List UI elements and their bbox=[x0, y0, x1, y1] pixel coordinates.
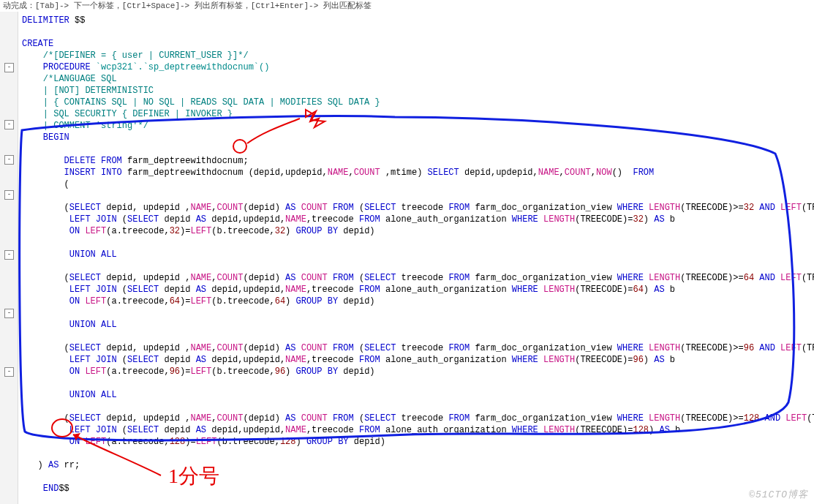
kw: AS bbox=[48, 460, 59, 470]
num: 32 bbox=[744, 203, 754, 213]
text: (a.treecode, bbox=[106, 226, 169, 236]
text: ,mtime) bbox=[380, 168, 428, 178]
text: depid, updepid , bbox=[101, 273, 190, 283]
fn: LEFT bbox=[780, 203, 802, 213]
text: (a.treecode, bbox=[106, 437, 169, 447]
kw: WHERE bbox=[512, 355, 538, 365]
text: depid) bbox=[338, 226, 374, 236]
fold-toggle[interactable]: - bbox=[4, 250, 14, 260]
fn: LEFT bbox=[190, 226, 211, 236]
text bbox=[538, 285, 543, 295]
kw: WHERE bbox=[617, 273, 644, 283]
kw: FROM bbox=[359, 355, 380, 365]
text: depid bbox=[159, 214, 195, 225]
text: (TREECODE)= bbox=[575, 285, 633, 295]
kw: SELECT bbox=[69, 203, 101, 213]
kw: AS bbox=[285, 343, 295, 353]
fn: LEFT bbox=[85, 437, 106, 447]
kw: AS bbox=[285, 413, 295, 424]
text: (TREEC bbox=[802, 203, 814, 213]
kw: GROUP BY bbox=[296, 226, 339, 236]
fn: COUNT bbox=[354, 168, 380, 178]
text: depid,updepid, bbox=[206, 214, 285, 225]
kw: AS bbox=[196, 355, 206, 365]
kw: WHERE bbox=[617, 203, 644, 213]
paren: ( bbox=[22, 273, 69, 283]
paren: ( bbox=[22, 179, 69, 189]
fn: NAME bbox=[190, 343, 211, 353]
fold-toggle[interactable]: - bbox=[4, 367, 14, 377]
text: , bbox=[559, 168, 565, 178]
text: farm_doc_organization_view bbox=[470, 343, 617, 353]
kw: AND bbox=[759, 343, 775, 353]
fn: COUNT bbox=[216, 273, 243, 283]
kw: FROM bbox=[333, 273, 354, 283]
text: (TREECODE)= bbox=[575, 355, 633, 365]
kw: WHERE bbox=[617, 413, 644, 424]
kw-end: END bbox=[22, 484, 59, 494]
text: depid,updepid, bbox=[459, 168, 538, 178]
proc-name: `wcp321`.`sp_deptreewithdocnum`() bbox=[91, 62, 270, 72]
num: 128 bbox=[170, 437, 186, 447]
fn: COUNT bbox=[565, 168, 591, 178]
fold-toggle[interactable]: - bbox=[4, 309, 14, 318]
kw: AS bbox=[654, 355, 664, 365]
text: (b.treecode, bbox=[211, 226, 274, 236]
text: ) bbox=[285, 226, 295, 236]
text: $$ bbox=[59, 484, 69, 494]
kw: SELECT bbox=[127, 214, 159, 225]
text: depid) bbox=[338, 296, 374, 306]
kw: FROM bbox=[359, 425, 380, 435]
text: treecode bbox=[396, 203, 448, 213]
fn: LENGTH bbox=[649, 203, 680, 213]
num: 64 bbox=[275, 296, 285, 306]
text: ) bbox=[285, 366, 295, 377]
fold-toggle[interactable]: - bbox=[4, 190, 14, 200]
kw-procedure: PROCEDURE bbox=[22, 62, 91, 72]
text: )= bbox=[185, 437, 195, 447]
kw: FROM bbox=[359, 285, 380, 295]
fn: NAME bbox=[285, 285, 306, 295]
text: () bbox=[612, 168, 633, 178]
text: $$ bbox=[69, 15, 86, 26]
text: depid,updepid, bbox=[206, 355, 285, 365]
text: (depid) bbox=[243, 203, 285, 213]
code-area[interactable]: DELIMITER $$ CREATE /*[DEFINER = { user … bbox=[18, 12, 814, 504]
fold-toggle[interactable]: - bbox=[4, 120, 14, 129]
fn: NAME bbox=[285, 214, 306, 225]
text: (TREECODE)>= bbox=[680, 273, 743, 283]
text: ) bbox=[644, 214, 654, 225]
fn: NAME bbox=[285, 355, 306, 365]
hint-bar: 动完成：[Tab]-> 下一个标签，[Ctrl+Space]-> 列出所有标签，… bbox=[0, 0, 814, 10]
text: alone_auth_organization bbox=[380, 355, 512, 365]
fn: LEFT bbox=[780, 273, 802, 283]
num: 96 bbox=[633, 355, 643, 365]
kw-union: UNION ALL bbox=[22, 320, 117, 330]
fold-toggle[interactable]: - bbox=[4, 63, 14, 72]
text: ) bbox=[644, 355, 654, 365]
text: ) bbox=[644, 285, 654, 295]
text: alone_auth_organization bbox=[380, 214, 512, 225]
kw: WHERE bbox=[617, 343, 644, 353]
kw: AND bbox=[759, 273, 775, 283]
text: b bbox=[670, 425, 680, 435]
kw: SELECT bbox=[364, 343, 396, 353]
text: treecode bbox=[396, 413, 448, 424]
kw: SELECT bbox=[127, 285, 159, 295]
fn: LENGTH bbox=[649, 413, 680, 424]
fn: LENGTH bbox=[543, 425, 575, 435]
text: ,treecode bbox=[306, 214, 359, 225]
fn: LEFT bbox=[785, 413, 807, 424]
kw: SELECT bbox=[69, 273, 101, 283]
kw: LEFT JOIN bbox=[22, 355, 117, 365]
fold-toggle[interactable]: - bbox=[4, 155, 14, 165]
watermark: ©51CTO博客 bbox=[749, 488, 808, 501]
fn: LENGTH bbox=[649, 273, 680, 283]
text: farm_doc_organization_view bbox=[470, 203, 617, 213]
text: rr; bbox=[59, 460, 80, 470]
text: ) bbox=[296, 437, 306, 447]
text: depid bbox=[159, 285, 195, 295]
num: 96 bbox=[275, 366, 285, 377]
text: , bbox=[591, 168, 596, 178]
text bbox=[644, 343, 649, 353]
